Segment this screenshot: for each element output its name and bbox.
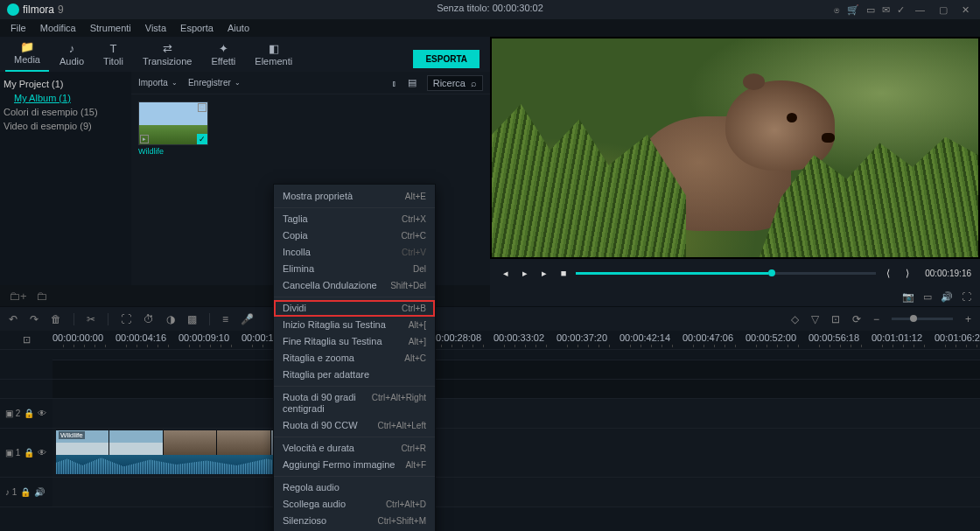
record-dropdown[interactable]: Enregistrer	[188, 78, 241, 87]
export-button[interactable]: ESPORTA	[413, 50, 480, 68]
color-button[interactable]: ◑	[166, 313, 175, 325]
menu-vista[interactable]: Vista	[145, 23, 166, 33]
menu-item-mostra-propriet-[interactable]: Mostra proprietàAlt+E	[274, 188, 435, 205]
menu-esporta[interactable]: Esporta	[180, 23, 214, 33]
menu-item-scollega-audio[interactable]: Scollega audioCtrl+Alt+D	[274, 496, 435, 513]
open-folder-icon[interactable]: 🗀	[36, 290, 47, 303]
track-header-1[interactable]: ▣ 1 🔒 👁	[0, 429, 52, 477]
volume-icon[interactable]: 🔊	[941, 291, 953, 303]
zoom-in-button[interactable]: +	[965, 313, 971, 325]
menu-item-dividi[interactable]: DividiCtrl+B	[274, 300, 435, 317]
lock-icon[interactable]: 🔒	[20, 487, 31, 497]
account-icon[interactable]: ⍟	[834, 4, 840, 15]
import-dropdown[interactable]: Importa	[138, 78, 178, 87]
mark-in-button[interactable]: ⟨	[881, 268, 895, 279]
preview-panel: ◂ ▸ ▸ ■ ⟨ ⟩ 00:00:19:16 📷 ▭ 🔊 ⛶	[490, 37, 980, 306]
render-button[interactable]: ⟳	[852, 313, 861, 325]
menu-item-aggiungi-fermo-immagine[interactable]: Aggiungi Fermo immagineAlt+F	[274, 457, 435, 473]
play-button[interactable]: ▸	[518, 268, 532, 279]
timeline: ⊡ 00:00:00:0000:00:04:1600:00:09:1000:00…	[0, 331, 980, 531]
media-toolbar: Importa Enregistrer ⫾ ▤ Ricerca ⌕	[131, 72, 490, 94]
snapshot-icon[interactable]: 📷	[902, 291, 914, 303]
menu-item-velocit-e-durata[interactable]: Velocità e durataCtrl+R	[274, 440, 435, 457]
filter-icon[interactable]: ⫾	[392, 78, 397, 88]
track-header-2[interactable]: ▣ 2 🔒 👁	[0, 399, 52, 428]
menu-item-ruota-di-90-gradi-centigradi[interactable]: Ruota di 90 gradi centigradiCtrl+Alt+Rig…	[274, 389, 435, 417]
sample-colors[interactable]: Colori di esempio (15)	[4, 105, 128, 119]
zoom-slider[interactable]	[892, 318, 953, 320]
cart-icon[interactable]: 🛒	[847, 4, 859, 16]
voice-over-button[interactable]: 🎤	[241, 313, 254, 325]
new-folder-icon[interactable]: 🗀+	[9, 290, 27, 303]
sort-icon[interactable]: ▤	[408, 77, 416, 88]
preview-scrubber[interactable]	[576, 272, 876, 275]
menu-item-elimina[interactable]: EliminaDel	[274, 261, 435, 277]
quality-icon[interactable]: ▭	[923, 291, 932, 303]
menu-item-inizio-ritaglia-su-testina[interactable]: Inizio Ritaglia su TestinaAlt+[	[274, 317, 435, 333]
sample-videos[interactable]: Video di esempio (9)	[4, 119, 128, 133]
menu-aiuto[interactable]: Aiuto	[228, 23, 249, 33]
tab-transizione[interactable]: ⇄Transizione	[134, 38, 200, 72]
greenscreen-button[interactable]: ▩	[187, 313, 197, 325]
media-sidebar: My Project (1) My Album (1) Colori di es…	[0, 72, 131, 285]
eye-icon[interactable]: 👁	[38, 448, 46, 458]
tab-media[interactable]: 📁Media	[5, 37, 49, 72]
menu-item-cancella-ondulazione[interactable]: Cancella OndulazioneShift+Del	[274, 277, 435, 294]
album-folder[interactable]: My Album (1)	[14, 91, 128, 105]
tab-titoli[interactable]: TTitoli	[94, 38, 132, 72]
asset-tabs: 📁Media♪AudioTTitoli⇄Transizione✦Effetti◧…	[0, 37, 490, 72]
close-button[interactable]: ✕	[958, 4, 973, 16]
zoom-fit-button[interactable]: ⊡	[831, 313, 840, 325]
menu-item-ritaglia-per-adattare[interactable]: Ritaglia per adattare	[274, 367, 435, 383]
marker2-button[interactable]: ▽	[811, 313, 819, 325]
stop-button[interactable]: ■	[556, 268, 570, 278]
chat-icon[interactable]: ✉	[882, 4, 890, 16]
crop-button[interactable]: ⛶	[121, 313, 131, 325]
project-folder[interactable]: My Project (1)	[4, 77, 128, 91]
search-input[interactable]: Ricerca ⌕	[427, 75, 483, 91]
maximize-button[interactable]: ▢	[935, 4, 951, 16]
next-frame-button[interactable]: ▸	[537, 268, 551, 279]
menu-item-taglia[interactable]: TagliaCtrl+X	[274, 211, 435, 227]
tab-audio[interactable]: ♪Audio	[51, 38, 93, 72]
timeline-ruler[interactable]: 00:00:00:0000:00:04:1600:00:09:1000:00:1…	[52, 331, 980, 349]
menu-item-incolla: IncollaCtrl+V	[274, 244, 435, 261]
clip-preview-icon[interactable]: ▸	[140, 135, 149, 143]
titlebar: filmora9 Senza titolo: 00:00:30:02 ⍟ 🛒 ▭…	[0, 0, 980, 19]
audio-mixer-button[interactable]: ≡	[222, 313, 228, 325]
message-icon[interactable]: ▭	[866, 4, 875, 16]
clip-settings-icon[interactable]: ⊡	[198, 103, 206, 112]
mark-out-button[interactable]: ⟩	[900, 268, 914, 279]
menu-item-ritaglia-e-zooma[interactable]: Ritaglia e zoomaAlt+C	[274, 350, 435, 367]
fullscreen-icon[interactable]: ⛶	[962, 291, 971, 302]
menu-modifica[interactable]: Modifica	[40, 23, 76, 33]
redo-button[interactable]: ↷	[30, 313, 38, 325]
check-icon[interactable]: ✓	[897, 4, 905, 16]
prev-frame-button[interactable]: ◂	[499, 268, 513, 279]
menu-item-regola-audio[interactable]: Regola audio	[274, 479, 435, 496]
tab-effetti[interactable]: ✦Effetti	[202, 38, 244, 72]
undo-button[interactable]: ↶	[9, 313, 18, 325]
marker-button[interactable]: ◇	[791, 313, 799, 325]
track-header-audio-1[interactable]: ♪ 1 🔒 🔊	[0, 478, 52, 507]
menu-item-fine-ritaglia-su-testina[interactable]: Fine Ritaglia su TestinaAlt+]	[274, 333, 435, 350]
speed-button[interactable]: ⏱	[144, 313, 154, 325]
mute-icon[interactable]: 🔊	[34, 487, 45, 497]
timeline-settings-icon[interactable]: ⊡	[23, 334, 31, 346]
clip-used-icon: ✓	[197, 134, 207, 144]
eye-icon[interactable]: 👁	[38, 409, 46, 418]
tab-elementi[interactable]: ◧Elementi	[246, 38, 301, 72]
minimize-button[interactable]: —	[912, 4, 928, 15]
media-clip[interactable]: ⊡ ▸ ✓ Wildlife	[138, 101, 208, 156]
menu-strumenti[interactable]: Strumenti	[90, 23, 131, 33]
lock-icon[interactable]: 🔒	[24, 448, 34, 458]
menu-item-copia[interactable]: CopiaCtrl+C	[274, 227, 435, 244]
lock-icon[interactable]: 🔒	[24, 409, 34, 418]
zoom-out-button[interactable]: −	[873, 313, 879, 325]
menu-item-silenzioso[interactable]: SilenziosoCtrl+Shift+M	[274, 513, 435, 529]
split-button[interactable]: ✂	[87, 313, 95, 325]
menu-item-ruota-di-90-ccw[interactable]: Ruota di 90 CCWCtrl+Alt+Left	[274, 417, 435, 434]
delete-button[interactable]: 🗑	[51, 313, 61, 325]
preview-video[interactable]	[492, 38, 978, 257]
menu-file[interactable]: File	[10, 23, 26, 33]
